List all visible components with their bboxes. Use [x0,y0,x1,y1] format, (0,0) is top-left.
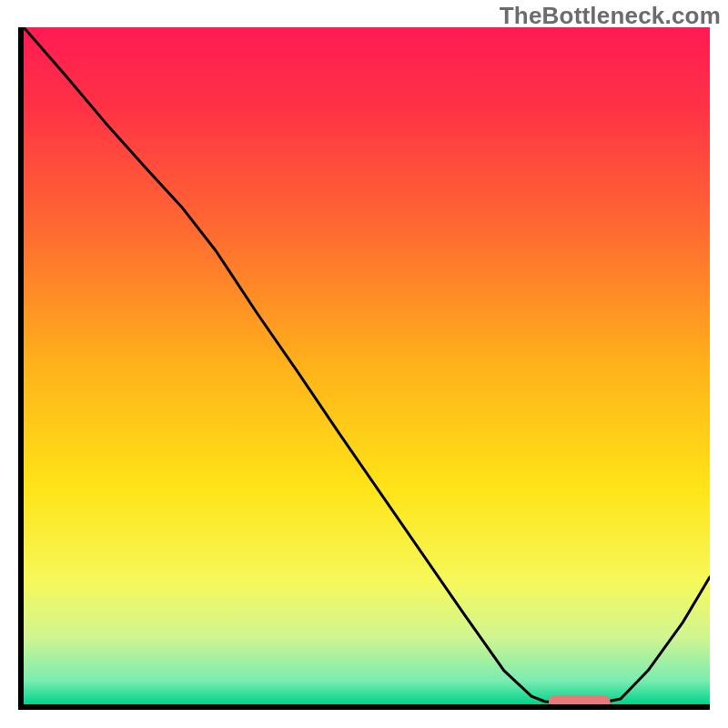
chart-stage: TheBottleneck.com [0,0,728,728]
highlight-marker [549,695,611,704]
watermark-text: TheBottleneck.com [500,2,721,30]
plot-svg [24,27,710,704]
gradient-fill-rect [24,27,710,704]
plot-frame [18,27,710,710]
x-axis-line [18,704,710,710]
